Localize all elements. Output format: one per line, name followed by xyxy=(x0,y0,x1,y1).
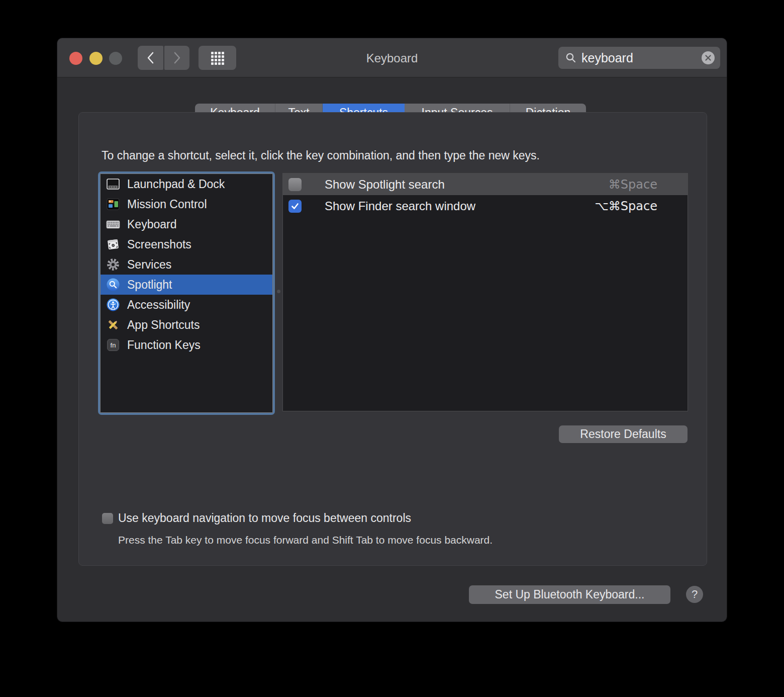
mission-control-icon xyxy=(106,197,121,212)
shortcut-categories-focus-ring: Launchpad & Dock Mission Control xyxy=(98,171,275,415)
services-icon xyxy=(106,257,121,272)
checkmark-icon xyxy=(290,202,300,211)
svg-text:fn: fn xyxy=(111,341,116,349)
keyboard-navigation-checkbox[interactable] xyxy=(102,513,113,524)
shortcut-label: Show Spotlight search xyxy=(325,178,445,192)
launchpad-dock-icon xyxy=(106,177,121,192)
sidebar-item-accessibility[interactable]: Accessibility xyxy=(101,295,272,315)
sidebar-item-function-keys[interactable]: fn Function Keys xyxy=(101,335,272,355)
sidebar-item-label: Keyboard xyxy=(127,218,176,231)
spotlight-icon xyxy=(106,277,121,292)
sidebar-item-label: Function Keys xyxy=(127,338,201,352)
search-field[interactable] xyxy=(558,47,720,69)
keyboard-icon xyxy=(106,217,121,232)
sidebar-item-label: Services xyxy=(127,258,171,272)
sidebar-item-label: App Shortcuts xyxy=(127,318,200,332)
titlebar: Keyboard xyxy=(57,38,727,77)
shortcuts-pane: To change a shortcut, select it, click t… xyxy=(78,112,707,566)
sidebar-item-app-shortcuts[interactable]: App Shortcuts xyxy=(101,315,272,335)
sidebar-item-label: Spotlight xyxy=(127,278,172,292)
close-icon xyxy=(705,54,712,61)
accessibility-icon xyxy=(106,297,121,312)
shortcuts-table: Show Spotlight search ⌘Space Show Finder… xyxy=(282,173,688,411)
shortcut-label: Show Finder search window xyxy=(325,199,475,213)
instruction-text: To change a shortcut, select it, click t… xyxy=(102,149,540,162)
restore-defaults-button[interactable]: Restore Defaults xyxy=(559,425,688,443)
sidebar-item-keyboard[interactable]: Keyboard xyxy=(101,214,272,234)
sidebar-item-label: Mission Control xyxy=(127,198,207,211)
shortcut-categories-list: Launchpad & Dock Mission Control xyxy=(100,173,273,413)
sidebar-item-label: Launchpad & Dock xyxy=(127,178,225,191)
preferences-window: Keyboard Keyboard Text Shortcuts Input S… xyxy=(57,38,727,622)
search-input[interactable] xyxy=(581,51,702,65)
checkbox-show-spotlight-search[interactable] xyxy=(288,178,302,191)
app-shortcuts-icon xyxy=(106,317,121,332)
column-resize-handle[interactable] xyxy=(277,290,280,293)
sidebar-item-label: Accessibility xyxy=(127,298,190,312)
clear-search-button[interactable] xyxy=(702,51,715,64)
sidebar-item-mission-control[interactable]: Mission Control xyxy=(101,194,272,214)
sidebar-item-label: Screenshots xyxy=(127,238,191,251)
setup-bluetooth-keyboard-button[interactable]: Set Up Bluetooth Keyboard... xyxy=(469,585,670,604)
shortcut-keys[interactable]: ⌥⌘Space xyxy=(595,199,657,213)
screenshots-icon xyxy=(106,237,121,252)
search-icon xyxy=(565,52,577,64)
sidebar-item-launchpad-dock[interactable]: Launchpad & Dock xyxy=(101,174,272,194)
help-button[interactable]: ? xyxy=(686,586,703,603)
shortcut-keys[interactable]: ⌘Space xyxy=(609,178,657,192)
keyboard-navigation-hint: Press the Tab key to move focus forward … xyxy=(118,534,493,546)
shortcut-row-show-finder-search-window[interactable]: Show Finder search window ⌥⌘Space xyxy=(283,195,688,217)
sidebar-item-services[interactable]: Services xyxy=(101,254,272,275)
sidebar-item-screenshots[interactable]: Screenshots xyxy=(101,234,272,254)
keyboard-navigation-label: Use keyboard navigation to move focus be… xyxy=(118,511,411,525)
sidebar-item-spotlight[interactable]: Spotlight xyxy=(101,275,272,295)
function-keys-icon: fn xyxy=(106,337,121,353)
checkbox-show-finder-search-window[interactable] xyxy=(288,200,302,213)
shortcut-row-show-spotlight-search[interactable]: Show Spotlight search ⌘Space xyxy=(283,173,688,195)
